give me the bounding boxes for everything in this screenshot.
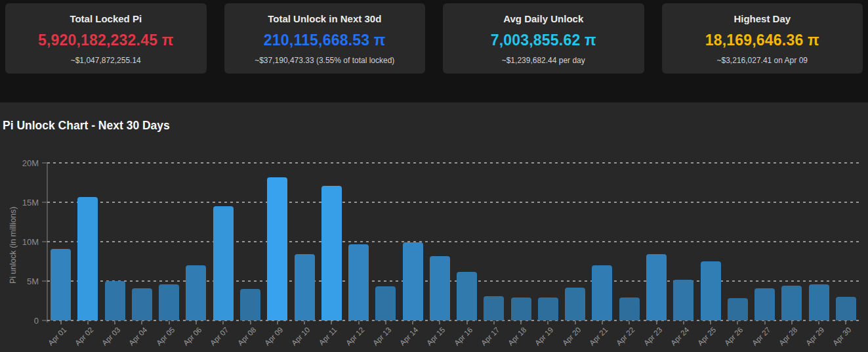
card-total-unlock-30d: Total Unlock in Next 30d 210,115,668.53 … — [224, 3, 426, 74]
card-value: 5,920,182,232.45 π — [38, 32, 174, 49]
x-axis-label: Apr 08 — [226, 326, 257, 352]
x-tick-mark — [169, 321, 170, 324]
x-axis-label: Apr 26 — [713, 326, 745, 352]
x-tick-mark — [277, 321, 278, 324]
chart-bar-apr-27[interactable] — [754, 288, 775, 320]
chart-bar-apr-29[interactable] — [809, 284, 829, 320]
card-subtitle: ~$37,190,473.33 (3.55% of total locked) — [255, 56, 394, 65]
y-tick-label: 15M — [22, 198, 39, 208]
chart-bar-apr-06[interactable] — [186, 265, 206, 320]
y-tick-mark — [42, 202, 47, 203]
stats-cards-row: Total Locked Pi 5,920,182,232.45 π ~$1,0… — [5, 3, 863, 74]
chart-bar-apr-02[interactable] — [77, 197, 98, 320]
chart-bar-apr-05[interactable] — [159, 284, 179, 320]
x-tick-mark — [818, 321, 819, 324]
x-axis-label: Apr 17 — [469, 326, 501, 352]
chart-bar-apr-13[interactable] — [375, 286, 396, 320]
chart-bar-apr-21[interactable] — [592, 265, 612, 320]
x-tick-mark — [141, 321, 142, 324]
chart-bar-apr-14[interactable] — [403, 242, 423, 320]
plot-area: 20M15M10M5M0Apr 01Apr 02Apr 03Apr 04Apr … — [47, 163, 859, 320]
x-tick-mark — [412, 321, 413, 324]
chart-bar-apr-01[interactable] — [51, 249, 71, 320]
chart-bar-apr-11[interactable] — [321, 186, 342, 320]
x-tick-mark — [629, 321, 630, 324]
chart-bar-apr-20[interactable] — [565, 288, 585, 320]
y-tick-mark — [42, 280, 47, 282]
x-tick-mark — [114, 321, 115, 324]
card-total-locked: Total Locked Pi 5,920,182,232.45 π ~$1,0… — [5, 3, 207, 74]
x-axis-label: Apr 02 — [63, 326, 94, 352]
chart-bar-apr-22[interactable] — [619, 297, 640, 320]
gridline — [47, 202, 859, 203]
chart-bar-apr-15[interactable] — [430, 256, 450, 320]
x-axis-label: Apr 06 — [171, 326, 203, 352]
x-axis-label: Apr 18 — [497, 326, 528, 352]
gridline — [47, 241, 859, 242]
chart-bar-apr-18[interactable] — [511, 297, 531, 320]
chart-bar-apr-19[interactable] — [538, 297, 558, 320]
x-axis-label: Apr 03 — [91, 326, 122, 352]
card-avg-daily-unlock: Avg Daily Unlock 7,003,855.62 π ~$1,239,… — [443, 3, 644, 74]
x-axis-label: Apr 07 — [199, 326, 230, 352]
x-axis-label: Apr 13 — [361, 326, 392, 352]
chart-bar-apr-23[interactable] — [646, 254, 667, 320]
x-axis-label: Apr 14 — [388, 326, 419, 352]
y-tick-label: 10M — [22, 237, 39, 247]
card-subtitle: ~$1,047,872,255.14 — [71, 56, 141, 65]
card-title: Total Unlock in Next 30d — [268, 13, 381, 24]
chart-bar-apr-07[interactable] — [213, 206, 234, 320]
x-tick-mark — [222, 321, 224, 324]
x-tick-mark — [845, 321, 846, 324]
x-axis-label: Apr 05 — [144, 326, 176, 352]
chart-bar-apr-24[interactable] — [673, 280, 693, 320]
x-tick-mark — [520, 321, 522, 324]
card-value: 210,115,668.53 π — [264, 32, 386, 49]
chart-bar-apr-26[interactable] — [728, 298, 748, 320]
chart-bar-apr-03[interactable] — [105, 281, 125, 320]
chart-bar-apr-17[interactable] — [484, 296, 504, 320]
chart-bar-apr-28[interactable] — [781, 286, 802, 320]
y-tick-label: 0 — [34, 316, 39, 326]
y-axis-title: Pi unlock (in millions) — [9, 207, 18, 284]
chart-bar-apr-12[interactable] — [348, 244, 369, 320]
x-axis-label: Apr 24 — [659, 326, 690, 352]
y-axis-line — [47, 163, 48, 322]
chart-bar-apr-04[interactable] — [132, 288, 152, 320]
x-tick-mark — [87, 321, 89, 324]
y-tick-mark — [42, 162, 47, 164]
x-axis-label: Apr 12 — [334, 326, 365, 352]
x-tick-mark — [547, 321, 548, 324]
x-tick-mark — [358, 321, 360, 324]
x-axis-label: Apr 30 — [821, 326, 853, 352]
card-value: 18,169,646.36 π — [705, 32, 819, 49]
x-axis-label: Apr 15 — [415, 326, 447, 352]
chart-bar-apr-08[interactable] — [240, 289, 260, 320]
chart-bar-apr-09[interactable] — [267, 177, 287, 320]
x-axis-label: Apr 16 — [442, 326, 474, 352]
y-tick-label: 20M — [22, 158, 39, 168]
x-axis-label: Apr 23 — [632, 326, 663, 352]
chart-bar-apr-25[interactable] — [701, 261, 721, 320]
card-subtitle: ~$1,239,682.44 per day — [502, 56, 585, 65]
x-tick-mark — [656, 321, 657, 324]
gridline — [47, 162, 859, 164]
y-tick-mark — [42, 320, 47, 321]
y-tick-label: 5M — [27, 276, 39, 286]
x-tick-mark — [710, 321, 711, 324]
chart-bar-apr-30[interactable] — [836, 297, 856, 320]
chart-bar-apr-10[interactable] — [295, 254, 315, 320]
y-tick-mark — [42, 241, 47, 242]
gridline — [47, 280, 859, 282]
x-axis-label: Apr 22 — [605, 326, 636, 352]
x-axis-label: Apr 20 — [550, 326, 582, 352]
x-tick-mark — [385, 321, 386, 324]
x-axis-label: Apr 09 — [253, 326, 284, 352]
x-axis-label: Apr 21 — [577, 326, 609, 352]
card-title: Total Locked Pi — [70, 13, 142, 24]
x-tick-mark — [493, 321, 495, 324]
x-axis-label: Apr 10 — [279, 326, 311, 352]
chart-bar-apr-16[interactable] — [457, 272, 477, 320]
x-axis-label: Apr 25 — [686, 326, 717, 352]
x-tick-mark — [575, 321, 576, 324]
